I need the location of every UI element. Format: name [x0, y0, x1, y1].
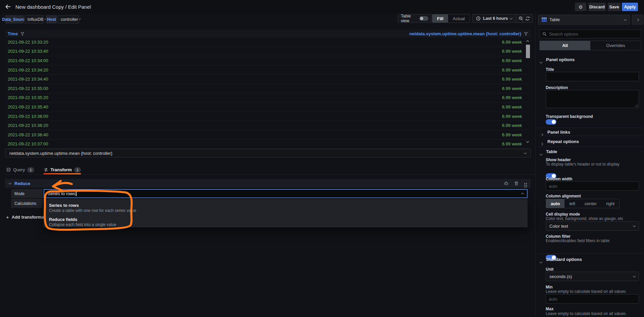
table-row: 2021-09-22 10:35:40 6.99 week [5, 102, 531, 112]
mode-label-cell: Mode [11, 189, 43, 198]
fill-actual-switch: Fill Actual [432, 14, 470, 23]
cell-value: 6.99 week [216, 141, 531, 146]
table-header-value: netdata.system.uptime.uptime.mean {host:… [219, 30, 531, 38]
alignment-option-right[interactable]: right [601, 199, 619, 208]
transparent-background-toggle[interactable] [546, 119, 556, 125]
table-section-chevron[interactable] [540, 150, 542, 156]
unit-value: seconds (s) [549, 274, 572, 279]
chevron-down-icon [79, 18, 81, 20]
visualization-picker[interactable]: Table [538, 15, 630, 25]
tab-overrides[interactable]: Overrides [590, 41, 641, 50]
search-icon [542, 32, 547, 36]
mode-option[interactable]: Series to rows Create a table with one r… [44, 200, 528, 215]
scroll-up-icon[interactable] [526, 40, 529, 43]
cell-value: 6.99 week [216, 132, 531, 137]
show-header-label: Show header [546, 157, 571, 162]
min-desc: Leave empty to calculate based on all va… [546, 289, 626, 294]
text-caret [76, 191, 76, 196]
panel-links-row[interactable]: Panel links [547, 130, 570, 135]
column-width-input[interactable] [546, 181, 639, 191]
tab-all[interactable]: All [540, 41, 590, 50]
panel-options-header[interactable] [540, 58, 542, 64]
scroll-down-icon[interactable] [526, 140, 529, 143]
options-search[interactable] [539, 30, 641, 38]
table-row: 2021-09-22 10:35:20 6.99 week [5, 93, 531, 103]
min-label: Min [546, 285, 553, 289]
separator [538, 136, 643, 136]
back-button[interactable] [5, 4, 11, 10]
debug-bug-icon[interactable] [504, 181, 508, 186]
refresh-icon [525, 16, 530, 21]
tab-query[interactable]: Query 1 [6, 165, 34, 174]
min-input[interactable] [546, 294, 639, 304]
discard-button[interactable]: Discard [588, 3, 606, 11]
top-header-bar: New dashboard Copy / Edit Panel ⚙ Discar… [0, 0, 644, 13]
table-row: 2021-09-22 10:36:20 6.99 week [5, 121, 531, 130]
datasource-select[interactable]: InfluxDB [24, 15, 44, 24]
table-body: 2021-09-22 10:33:20 6.99 week 2021-09-22… [5, 38, 531, 149]
alignment-option-center[interactable]: center [580, 199, 601, 208]
transparent-background-label: Transparent background [546, 114, 593, 119]
alignment-option-left[interactable]: left [565, 199, 580, 208]
alignment-option-auto[interactable]: auto [546, 199, 565, 208]
chevron-right-icon [636, 18, 639, 21]
cell-value: 6.99 week [216, 86, 531, 91]
chevron-down-icon [624, 18, 627, 20]
table-view-control: Table view [398, 14, 431, 23]
filter-funnel-icon[interactable] [524, 32, 528, 36]
reduce-section-header[interactable]: Reduce [5, 179, 531, 188]
table-view-label: Table view [401, 14, 419, 23]
visualization-name: Table [549, 17, 560, 22]
cell-value: 6.99 week [216, 58, 531, 63]
unit-select[interactable]: seconds (s) [546, 272, 639, 281]
panel-settings-button[interactable]: ⚙ [575, 3, 586, 11]
mode-input[interactable]: Series to rows [44, 189, 528, 198]
chevron-down-icon [633, 275, 636, 277]
fill-option[interactable]: Fill [432, 14, 448, 22]
resize-handle-icon[interactable] [634, 103, 638, 107]
actual-option[interactable]: Actual [448, 14, 470, 22]
search-options-input[interactable] [549, 30, 638, 38]
panel-description-textarea[interactable] [546, 90, 639, 108]
repeat-options-row[interactable]: Repeat options [547, 139, 579, 144]
chevron-up-icon [521, 193, 524, 195]
drag-handle-icon[interactable] [524, 183, 525, 184]
cell-display-select[interactable]: Color text [546, 221, 639, 231]
trash-icon[interactable] [514, 181, 519, 186]
options-tabs: All Overrides [539, 41, 641, 50]
cell-time: 2021-09-22 10:33:20 [5, 40, 216, 45]
table-row: 2021-09-22 10:34:00 6.99 week [5, 56, 531, 65]
series-select[interactable]: netdata.system.uptime.uptime.mean {host:… [5, 149, 531, 157]
standard-options-chevron[interactable] [540, 258, 542, 264]
tab-transform[interactable]: Transform 1 [44, 165, 81, 174]
time-range-picker[interactable]: Last 6 hours [473, 14, 516, 22]
panel-title-input[interactable] [546, 72, 639, 81]
clock-icon [476, 16, 481, 21]
table-row: 2021-09-22 10:36:40 6.99 week [5, 130, 531, 140]
option-desc: Create a table with one row for each ser… [49, 208, 522, 213]
host-select[interactable]: controller [58, 15, 79, 24]
save-button[interactable]: Save [608, 3, 621, 11]
panel-options-title: Panel options [546, 57, 575, 62]
scrollbar-thumb[interactable] [526, 45, 530, 58]
apply-button[interactable]: Apply [622, 3, 638, 11]
column-filter-desc: Enables/disables field filters in table [546, 238, 609, 243]
time-range-value: Last 6 hours [483, 16, 508, 21]
table-header-time: Time [5, 30, 218, 38]
table-view-toggle[interactable] [419, 16, 428, 21]
reduce-title: Reduce [14, 181, 30, 186]
cell-display-desc: Color text, background, show as gauge, e… [546, 216, 623, 221]
host-value: controller [61, 17, 78, 22]
collapse-pane-button[interactable] [632, 15, 643, 25]
mode-input-value: Series to rows [48, 191, 75, 196]
host-label-chip: Host [46, 15, 57, 24]
transform-icon [44, 168, 48, 172]
cell-time: 2021-09-22 10:34:20 [5, 67, 216, 73]
mode-options-menu: Series to rows Create a table with one r… [44, 199, 528, 227]
chevron-down-icon [510, 17, 513, 19]
mode-option[interactable]: Reduce fields Collapse each field into a… [44, 215, 528, 229]
refresh-button[interactable] [523, 14, 533, 23]
filter-funnel-icon[interactable] [20, 32, 24, 36]
table-viz-icon [542, 17, 547, 22]
cell-time: 2021-09-22 10:34:00 [5, 58, 216, 63]
